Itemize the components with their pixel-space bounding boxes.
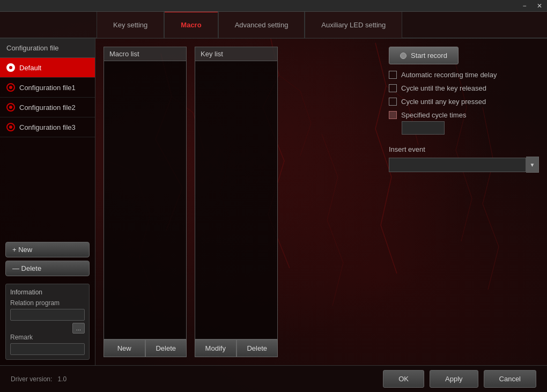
macro-list-box[interactable] — [104, 61, 187, 339]
relation-program-label: Relation program — [10, 299, 85, 307]
sidebar-item-config3[interactable]: Configuration file3 — [0, 117, 95, 137]
information-section: Information Relation program ... Remark — [5, 284, 90, 360]
cycle-any-key-checkbox[interactable] — [389, 98, 397, 106]
sidebar-item-label-default: Default — [19, 64, 41, 72]
sidebar-item-label-config1: Configuration file1 — [19, 84, 76, 92]
new-button[interactable]: + New — [5, 242, 90, 257]
specified-cycle-checkbox[interactable] — [389, 111, 397, 119]
key-list-box[interactable] — [195, 61, 278, 339]
sidebar-bottom: + New — Delete Information Relation prog… — [0, 236, 95, 365]
option-row-specified-cycle: Specified cycle times — [389, 111, 539, 119]
right-panel: Start record Automatic recording time de… — [389, 47, 539, 357]
version-number: 1.0 — [57, 375, 66, 383]
insert-event-section: Insert event ▼ — [389, 145, 539, 173]
remark-label: Remark — [10, 334, 85, 341]
insert-event-select[interactable] — [389, 158, 526, 172]
config-icon-inner-3 — [9, 125, 12, 129]
start-record-label: Start record — [411, 51, 447, 60]
tab-bar: Key setting Macro Advanced setting Auxil… — [0, 12, 547, 39]
key-btn-row: Modify Delete — [195, 339, 278, 357]
sidebar: Configuration file Default Configuration… — [0, 39, 95, 365]
title-bar: − ✕ — [0, 0, 547, 12]
cycle-key-released-label: Cycle until the key released — [401, 84, 486, 92]
tab-advanced-setting[interactable]: Advanced setting — [218, 11, 305, 38]
config-icon-1 — [6, 83, 15, 92]
cancel-button[interactable]: Cancel — [484, 370, 536, 388]
config-icon-3 — [6, 123, 15, 131]
dropdown-arrow-icon[interactable]: ▼ — [526, 157, 539, 173]
bottom-buttons: OK Apply Cancel — [383, 370, 536, 388]
macro-list-label: Macro list — [104, 47, 187, 61]
macro-btn-row: New Delete — [104, 339, 187, 357]
info-header: Information — [10, 289, 85, 296]
cycle-times-input[interactable] — [402, 121, 445, 135]
insert-event-select-wrap: ▼ — [389, 157, 539, 173]
config-icon-inner-2 — [9, 106, 12, 109]
tab-key-setting[interactable]: Key setting — [97, 11, 164, 38]
apply-button[interactable]: Apply — [430, 370, 478, 388]
remark-input[interactable] — [10, 343, 85, 355]
sidebar-item-config1[interactable]: Configuration file1 — [0, 78, 95, 98]
minimize-button[interactable]: − — [517, 0, 532, 12]
delete-button[interactable]: — Delete — [5, 261, 90, 276]
option-specified-cycle: Specified cycle times — [389, 111, 539, 135]
browse-button[interactable]: ... — [72, 323, 85, 334]
main-container: Key setting Macro Advanced setting Auxil… — [0, 12, 547, 392]
cycle-any-key-label: Cycle until any key pressed — [401, 98, 486, 106]
key-list-label: Key list — [195, 47, 278, 61]
start-record-button[interactable]: Start record — [389, 47, 459, 64]
record-dot-icon — [400, 53, 406, 59]
config-icon-default — [6, 63, 15, 72]
auto-delay-checkbox[interactable] — [389, 71, 397, 79]
sidebar-item-label-config2: Configuration file2 — [19, 103, 76, 112]
config-icon-inner-1 — [9, 86, 12, 89]
tab-macro[interactable]: Macro — [164, 11, 218, 38]
key-list-wrap: Key list Modify Delete — [195, 47, 278, 357]
specified-cycle-label: Specified cycle times — [401, 111, 466, 119]
macro-delete-button[interactable]: Delete — [145, 339, 187, 357]
ok-button[interactable]: OK — [383, 370, 424, 388]
relation-program-input[interactable] — [10, 309, 85, 321]
close-button[interactable]: ✕ — [532, 0, 547, 12]
sidebar-btn-group: + New — Delete — [5, 242, 90, 276]
main-panel: Macro list New Delete Key list Modify De… — [95, 39, 547, 365]
sidebar-item-default[interactable]: Default — [0, 58, 95, 78]
auto-delay-label: Automatic recording time delay — [401, 71, 497, 79]
cycle-key-released-checkbox[interactable] — [389, 84, 397, 92]
insert-event-label: Insert event — [389, 145, 539, 153]
version-text: Driver version: 1.0 — [11, 375, 66, 383]
macro-new-button[interactable]: New — [104, 339, 145, 357]
tab-auxiliary-led[interactable]: Auxiliary LED setting — [305, 11, 402, 38]
key-modify-button[interactable]: Modify — [195, 339, 236, 357]
sidebar-item-label-config3: Configuration file3 — [19, 123, 76, 131]
bottom-bar: Driver version: 1.0 OK Apply Cancel — [0, 365, 547, 392]
option-row-cycle-key-released: Cycle until the key released — [389, 84, 539, 92]
content-area: Configuration file Default Configuration… — [0, 39, 547, 365]
options-group: Automatic recording time delay Cycle unt… — [389, 71, 539, 135]
sidebar-header: Configuration file — [0, 39, 95, 58]
key-delete-button[interactable]: Delete — [236, 339, 278, 357]
sidebar-item-config2[interactable]: Configuration file2 — [0, 98, 95, 117]
version-label: Driver version: — [11, 375, 52, 383]
macro-list-wrap: Macro list New Delete — [104, 47, 187, 357]
lists-area: Macro list New Delete Key list Modify De… — [104, 47, 381, 357]
config-icon-2 — [6, 103, 15, 112]
option-row-cycle-any-key: Cycle until any key pressed — [389, 98, 539, 106]
option-row-auto-delay: Automatic recording time delay — [389, 71, 539, 79]
config-icon-inner — [9, 66, 12, 69]
